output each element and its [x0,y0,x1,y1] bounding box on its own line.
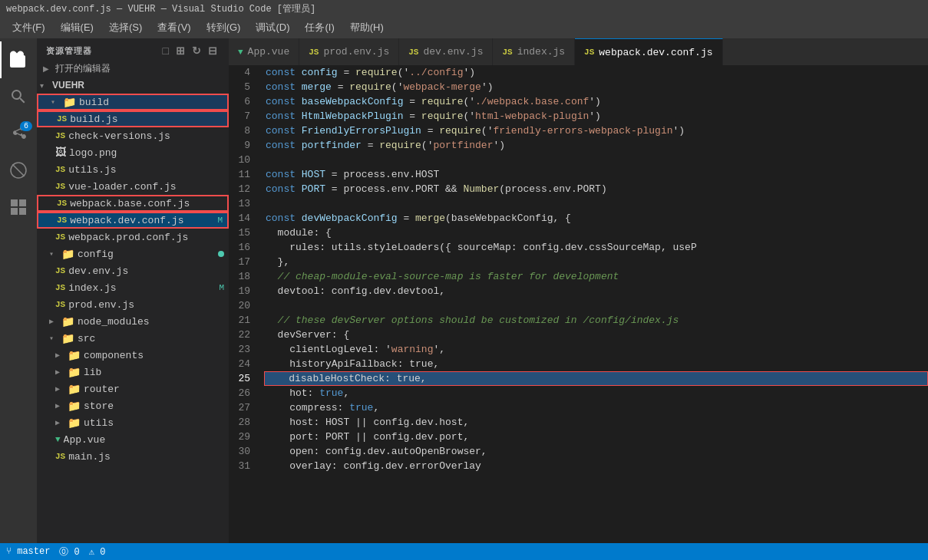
tab-index-js[interactable]: JS index.js [493,38,575,65]
new-file-icon[interactable]: □ [161,44,171,57]
line-num-31: 31 [229,459,250,473]
new-folder-icon[interactable]: ⊞ [174,44,187,57]
file-dev-env[interactable]: JS dev.env.js [37,262,229,279]
line-num-23: 23 [229,342,250,357]
src-icon: 📁 [61,332,74,345]
activity-debug[interactable] [0,152,37,189]
file-logo[interactable]: 🖼 logo.png [37,144,229,161]
tab-dev-env[interactable]: JS dev.env.js [399,38,493,65]
lib-arrow: ▶ [55,367,64,377]
js-icon11: JS [55,452,65,461]
app-vue-label: App.vue [64,434,229,446]
activity-explorer[interactable] [0,41,37,78]
menu-item-g[interactable]: 转到(G) [200,19,247,36]
svg-rect-2 [11,199,18,206]
code-line-7: const HtmlWebpackPlugin = require('html-… [266,109,928,124]
code-line-11: const HOST = process.env.HOST [266,167,928,182]
js-icon10: JS [55,300,65,309]
folder-router[interactable]: ▶ 📁 router [37,380,229,397]
root-folder-header[interactable]: ▾ VUEHR [37,77,229,94]
folder-src[interactable]: ▾ 📁 src [37,330,229,347]
folder-build[interactable]: ▾ 📁 build [37,94,229,110]
components-arrow: ▶ [55,351,64,360]
tab-app-vue-label: App.vue [248,46,290,58]
js-icon8: JS [55,266,65,275]
svg-rect-4 [11,208,18,215]
folder-store[interactable]: ▶ 📁 store [37,397,229,414]
code-line-16: rules: utils.styleLoaders({ sourceMap: c… [266,240,928,255]
activity-source-control[interactable]: 6 [0,115,37,152]
file-webpack-base[interactable]: JS webpack.base.conf.js [37,195,229,212]
components-label: components [84,350,229,361]
collapse-icon[interactable]: ⊟ [206,44,220,57]
node-modules-arrow: ▶ [49,317,58,326]
code-line-26: hot: true, [266,386,928,400]
file-check-versions[interactable]: JS check-versions.js [37,127,229,144]
file-build-js[interactable]: JS build.js [37,110,229,127]
menu-item-h[interactable]: 帮助(H) [344,19,390,36]
menu-item-e[interactable]: 编辑(E) [54,19,100,36]
build-js-label: build.js [70,114,227,125]
file-main-js[interactable]: JS main.js [37,448,229,465]
code-line-24: historyApiFallback: true, [266,357,928,371]
open-editors-section[interactable]: ▶ 打开的编辑器 [37,60,229,77]
menu-item-v[interactable]: 查看(V) [151,19,196,36]
js-icon4: JS [55,182,65,191]
line-num-10: 10 [229,153,250,167]
status-bar: ⑂ master ⓪ 0 ⚠ 0 [0,543,928,560]
file-prod-env[interactable]: JS prod.env.js [37,296,229,313]
build-arrow: ▾ [51,97,60,107]
tab-vue-icon: ▼ [238,48,243,57]
code-area[interactable]: const config = require('../config')const… [259,65,928,543]
tab-webpack-dev-label: webpack.dev.conf.js [599,47,712,58]
code-line-14: const devWebpackConfig = merge(baseWebpa… [266,211,928,226]
file-utils[interactable]: JS utils.js [37,161,229,178]
code-line-10 [266,153,928,167]
line-num-25: 25 [229,371,250,386]
index-js-label: index.js [68,282,216,294]
folder-components[interactable]: ▶ 📁 components [37,347,229,364]
tab-app-vue[interactable]: ▼ App.vue [229,38,299,65]
sidebar-title: 资源管理器 [46,45,92,57]
folder-utils[interactable]: ▶ 📁 utils [37,414,229,431]
file-index-js[interactable]: JS index.js M [37,279,229,296]
activity-search[interactable] [0,78,37,115]
menu-item-d[interactable]: 调试(D) [249,19,296,36]
tab-prod-env[interactable]: JS prod.env.js [299,38,399,65]
js-icon3: JS [55,165,65,174]
tab-prod-env-label: prod.env.js [323,46,389,58]
file-webpack-prod[interactable]: JS webpack.prod.conf.js [37,229,229,245]
utils-label: utils.js [68,164,229,176]
js-icon6: JS [57,216,67,225]
folder-node-modules[interactable]: ▶ 📁 node_modules [37,313,229,330]
file-webpack-dev[interactable]: JS webpack.dev.conf.js M [37,212,229,229]
line-num-20: 20 [229,298,250,313]
menu-item-s[interactable]: 选择(S) [103,19,148,36]
folder-config[interactable]: ▾ 📁 config [37,245,229,262]
js-icon7: JS [55,232,65,242]
file-vue-loader[interactable]: JS vue-loader.conf.js [37,178,229,195]
router-label: router [84,384,229,395]
file-app-vue[interactable]: ▼ App.vue [37,431,229,448]
code-line-21: // these devServer options should be cus… [266,313,928,328]
folder-lib[interactable]: ▶ 📁 lib [37,364,229,380]
refresh-icon[interactable]: ↻ [190,44,203,57]
code-line-22: devServer: { [266,328,928,342]
router-arrow: ▶ [55,384,64,394]
config-dot [218,251,224,257]
webpack-base-label: webpack.base.conf.js [70,198,227,209]
img-icon: 🖼 [55,147,66,159]
utils-icon: 📁 [68,417,81,430]
root-arrow: ▾ [40,81,49,90]
menu-item-i[interactable]: 任务(I) [299,19,340,36]
code-line-29: port: PORT || config.dev.port, [266,430,928,444]
menu-item-f[interactable]: 文件(F) [6,19,51,36]
editor-content: 4567891011121314151617181920212223242526… [229,65,928,543]
line-num-18: 18 [229,269,250,284]
title-bar: webpack.dev.conf.js — VUEHR — Visual Stu… [0,0,928,17]
tab-webpack-dev[interactable]: JS webpack.dev.conf.js [575,38,722,65]
config-arrow: ▾ [49,249,58,259]
activity-extensions[interactable] [0,189,37,226]
code-line-13 [266,196,928,211]
line-num-24: 24 [229,357,250,371]
